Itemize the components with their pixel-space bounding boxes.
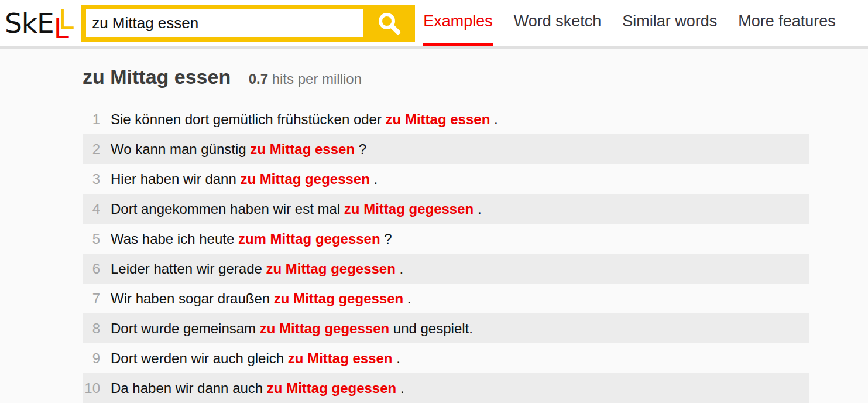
- match-highlight: zu Mittag essen: [288, 350, 393, 366]
- match-highlight: zu Mittag essen: [250, 141, 355, 157]
- result-header: zu Mittag essen 0.7 hits per million: [83, 49, 868, 104]
- example-number: 7: [83, 291, 100, 307]
- page-title: zu Mittag essen: [83, 66, 231, 88]
- search-button[interactable]: [363, 5, 415, 42]
- sentence-text: Wir haben sogar draußen zu Mittag gegess…: [111, 291, 411, 307]
- sentence-pre: Hier haben wir dann: [111, 171, 240, 187]
- frequency-unit: hits per million: [272, 71, 362, 87]
- example-row: 4 Dort angekommen haben wir est mal zu M…: [83, 194, 809, 224]
- sentence-post: ?: [380, 231, 392, 247]
- example-number: 5: [83, 231, 100, 247]
- sentence-text: Was habe ich heute zum Mittag gegessen ?: [111, 231, 392, 247]
- example-row: 7 Wir haben sogar draußen zu Mittag gege…: [83, 284, 809, 313]
- sentence-post: ?: [355, 141, 366, 157]
- tab-similar-words[interactable]: Similar words: [622, 0, 717, 46]
- tab-word-sketch[interactable]: Word sketch: [514, 0, 602, 46]
- sentence-pre: Wo kann man günstig: [111, 141, 250, 157]
- match-highlight: zu Mittag gegessen: [344, 201, 474, 217]
- match-highlight: zu Mittag gegessen: [260, 320, 389, 336]
- sentence-pre: Dort wurde gemeinsam: [111, 320, 260, 336]
- sentence-pre: Wir haben sogar draußen: [111, 291, 274, 306]
- sentence-post: .: [393, 350, 400, 366]
- sentence-pre: Sie können dort gemütlich frühstücken od…: [111, 111, 386, 127]
- example-number: 6: [83, 261, 100, 277]
- sentence-text: Wo kann man günstig zu Mittag essen ?: [111, 141, 366, 158]
- sentence-post: .: [370, 171, 378, 187]
- sentence-post: .: [396, 380, 404, 396]
- frequency-value: 0.7: [249, 71, 268, 87]
- match-highlight: zu Mittag gegessen: [267, 380, 396, 396]
- sentence-pre: Dort angekommen haben wir est mal: [111, 201, 344, 217]
- sentence-post: .: [474, 201, 481, 217]
- match-highlight: zum Mittag gegessen: [238, 231, 380, 247]
- main-nav: Examples Word sketch Similar words More …: [423, 0, 836, 46]
- sentence-post: und gespielt.: [389, 320, 473, 336]
- search-input[interactable]: [86, 9, 363, 37]
- example-number: 8: [83, 320, 100, 337]
- example-number: 10: [83, 380, 100, 397]
- logo-text-black: SkE: [5, 7, 54, 39]
- sentence-text: Dort werden wir auch gleich zu Mittag es…: [111, 350, 400, 367]
- sentence-text: Da haben wir dann auch zu Mittag gegesse…: [111, 380, 404, 397]
- sentence-text: Hier haben wir dann zu Mittag gegessen .: [111, 171, 378, 187]
- example-number: 1: [83, 111, 100, 128]
- sentence-text: Leider hatten wir gerade zu Mittag geges…: [111, 261, 403, 277]
- match-highlight: zu Mittag gegessen: [274, 291, 403, 306]
- example-list: 1 Sie können dort gemütlich frühstücken …: [83, 104, 809, 403]
- example-number: 9: [83, 350, 100, 367]
- example-number: 2: [83, 141, 100, 158]
- sentence-post: .: [396, 261, 403, 276]
- skell-logo[interactable]: SkELL: [5, 9, 73, 37]
- example-row: 5 Was habe ich heute zum Mittag gegessen…: [83, 224, 809, 254]
- sentence-post: .: [490, 111, 498, 127]
- logo-l-red: L: [54, 12, 68, 45]
- sentence-pre: Da haben wir dann auch: [111, 380, 267, 396]
- sentence-pre: Was habe ich heute: [111, 231, 238, 247]
- sentence-post: .: [403, 291, 411, 306]
- example-row: 1 Sie können dort gemütlich frühstücken …: [83, 104, 809, 134]
- example-number: 4: [83, 201, 100, 217]
- example-row: 10 Da haben wir dann auch zu Mittag gege…: [83, 373, 809, 403]
- content-area: zu Mittag essen 0.7 hits per million 1 S…: [0, 49, 868, 403]
- example-number: 3: [83, 171, 100, 187]
- match-highlight: zu Mittag essen: [386, 111, 490, 127]
- example-row: 8 Dort wurde gemeinsam zu Mittag gegesse…: [83, 313, 809, 343]
- frequency-stats: 0.7 hits per million: [249, 71, 362, 87]
- example-row: 9 Dort werden wir auch gleich zu Mittag …: [83, 343, 809, 373]
- top-header: SkELL Examples Word sketch Similar words…: [0, 0, 868, 49]
- sentence-pre: Dort werden wir auch gleich: [111, 350, 288, 366]
- example-row: 2 Wo kann man günstig zu Mittag essen ?: [83, 134, 809, 164]
- tab-more-features[interactable]: More features: [738, 0, 836, 46]
- tab-examples[interactable]: Examples: [423, 0, 493, 46]
- match-highlight: zu Mittag gegessen: [266, 261, 396, 276]
- magnifier-icon: [376, 11, 402, 36]
- search-box: [81, 5, 415, 42]
- example-row: 6 Leider hatten wir gerade zu Mittag geg…: [83, 254, 809, 284]
- sentence-text: Sie können dort gemütlich frühstücken od…: [111, 111, 498, 128]
- match-highlight: zu Mittag gegessen: [240, 171, 369, 187]
- example-row: 3 Hier haben wir dann zu Mittag gegessen…: [83, 164, 809, 194]
- sentence-text: Dort angekommen haben wir est mal zu Mit…: [111, 201, 482, 217]
- sentence-text: Dort wurde gemeinsam zu Mittag gegessen …: [111, 320, 473, 337]
- sentence-pre: Leider hatten wir gerade: [111, 261, 266, 276]
